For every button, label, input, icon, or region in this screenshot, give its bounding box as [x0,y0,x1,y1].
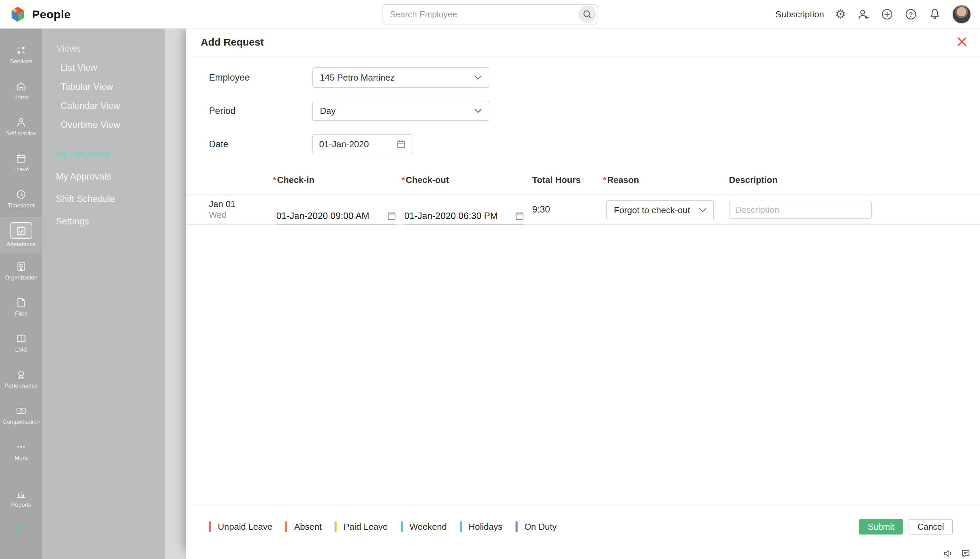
overlay-backdrop [165,28,186,559]
files-document-icon [15,297,27,308]
legend-color-bar [209,521,211,532]
legend-item: On Duty [516,521,557,532]
check-out-input[interactable] [404,211,508,222]
views-item-tabular-view[interactable]: Tabular View [61,81,165,92]
search-icon [582,9,592,19]
sidebar-item-label: Leave [13,166,29,173]
submit-button[interactable]: Submit [859,519,903,534]
views-item-calendar-view[interactable]: Calendar View [61,100,165,111]
legend-item: Paid Leave [335,521,388,532]
period-select[interactable]: Day [312,101,489,121]
views-item-list-view[interactable]: List View [61,62,165,73]
admin-user-icon[interactable] [857,8,870,21]
legend-label: Paid Leave [343,522,388,532]
notifications-bell-icon[interactable] [928,8,941,21]
required-marker: * [603,175,606,185]
date-field[interactable] [312,134,413,154]
legend-color-bar [460,521,462,532]
feedback-chat-icon[interactable] [961,549,970,558]
compensation-money-icon [15,405,27,417]
menu-item-settings[interactable]: Settings [56,216,165,227]
description-input[interactable] [729,201,872,219]
sidebar-item-performance[interactable]: Performance [0,361,42,397]
brand[interactable]: People [9,0,71,28]
legend-color-bar [335,521,337,532]
help-icon[interactable]: ? [904,8,917,21]
modal-header: Add Request [186,28,980,56]
legend-color-bar [516,521,517,532]
legend-label: Holidays [469,522,502,532]
sidebar-item-label: Compensation [2,418,40,425]
svg-text:?: ? [909,11,913,18]
calendar-icon[interactable] [387,212,396,220]
top-header: People Subscription ⚙ [0,0,980,28]
sidebar-item-self-service[interactable]: Self-service [0,109,42,145]
search-button[interactable] [579,5,596,23]
menu-item-shift-schedule[interactable]: Shift Schedule [56,194,165,204]
sidebar-item-label: LMS [15,346,27,353]
check-in-input[interactable] [276,211,380,222]
sidebar-item-files[interactable]: Files [0,289,42,325]
required-marker: * [273,175,276,185]
legend-label: Weekend [410,522,447,532]
check-out-header: * Check-out [401,175,449,185]
sidebar-item-timesheet[interactable]: Timesheet [0,181,42,217]
subscription-link[interactable]: Subscription [776,9,824,20]
add-request-modal: Add Request Employee 145 Petro Martinez … [186,28,980,548]
search-input[interactable] [383,5,574,24]
user-avatar[interactable] [952,5,971,24]
sidebar-item-services[interactable]: Services [0,37,42,73]
header-actions: Subscription ⚙ ? [776,0,971,28]
sidebar-item-home[interactable]: Home [0,73,42,109]
calendar-icon[interactable] [397,140,406,149]
description-header: Description [729,175,778,185]
employee-select[interactable]: 145 Petro Martinez [312,67,489,88]
app-root: People Subscription ⚙ [0,0,980,559]
collapse-menu-icon[interactable] [13,526,25,534]
sidebar-item-label: Organization [5,275,37,281]
date-input[interactable] [319,139,387,150]
legend-color-bar [285,521,287,532]
employee-label: Employee [209,73,312,83]
period-label: Period [209,106,312,116]
sidebar-item-reports[interactable]: Reports [0,480,42,516]
menu-item-my-approvals[interactable]: My Approvals [56,171,165,182]
sidebar-item-label: Home [13,94,28,101]
close-icon[interactable] [958,37,967,46]
sidebar-item-organization[interactable]: Organization [0,253,42,289]
legend-item: Holidays [460,521,502,532]
sidebar-item-compensation[interactable]: Compensation [0,397,42,433]
legend-item: Absent [285,521,322,532]
views-item-overtime-view[interactable]: Overtime View [61,119,165,130]
sidebar-item-more[interactable]: More [0,433,42,469]
footer-buttons: Submit Cancel [859,519,953,534]
sidebar-item-attendance[interactable]: Attendance [0,217,42,253]
settings-gear-icon[interactable]: ⚙ [835,8,846,20]
quick-add-icon[interactable] [881,8,894,21]
sidebar-item-label: Attendance [7,241,36,248]
check-out-field [404,201,524,231]
app-title: People [32,8,71,21]
reports-chart-icon [15,488,27,499]
table-row: Jan 01 Wed [186,194,980,225]
menu-item-my-requests[interactable]: My Requests [56,149,165,159]
search-bar [383,4,597,25]
reason-select[interactable]: Forgot to check-out [606,200,714,220]
check-in-field [276,201,396,231]
announcement-icon[interactable] [943,549,953,558]
date-label: Date [209,139,312,150]
page-bottom-strip [186,548,980,559]
sidebar-item-label: Files [15,311,27,317]
calendar-icon[interactable] [515,212,524,220]
legend-item: Weekend [401,521,447,532]
sidebar-item-leave[interactable]: Leave [0,145,42,181]
modal-title: Add Request [201,36,264,48]
description-field [729,201,872,219]
cancel-button[interactable]: Cancel [909,519,953,534]
request-table-header: * Check-in * Check-out Total Hours * Rea… [186,175,980,186]
organization-building-icon [15,261,27,272]
sidebar-item-lms[interactable]: LMS [0,325,42,361]
row-weekday: Wed [209,210,226,220]
legend-color-bar [401,521,403,532]
period-select-value: Day [320,106,335,116]
